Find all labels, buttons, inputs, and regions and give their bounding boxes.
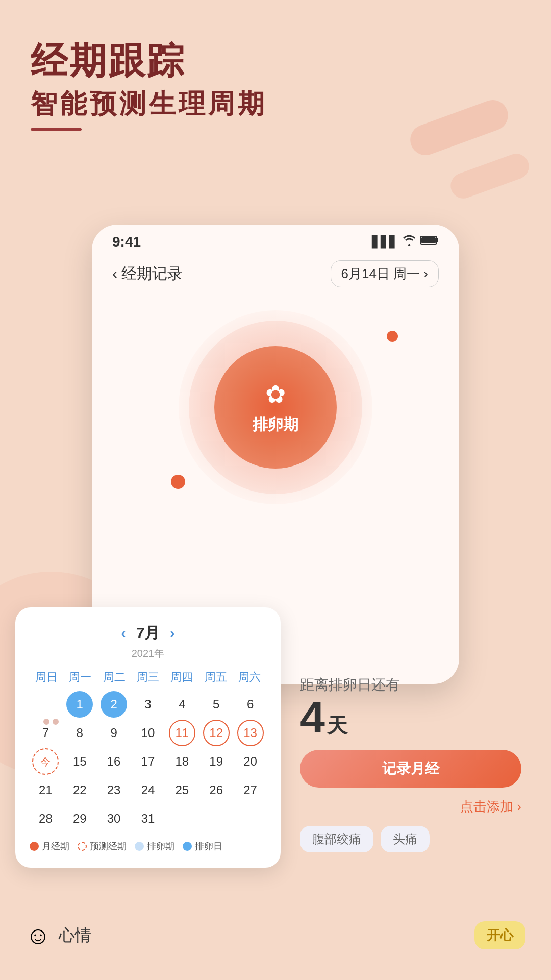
legend-label-predicted: 预测经期 [90,840,127,852]
cal-day-8[interactable]: 8 [66,720,93,746]
calendar-days-grid: 1 2 3 4 5 6 7 8 9 10 11 12 13 今 15 16 17… [30,691,266,832]
cal-day-13[interactable]: 13 [237,720,264,746]
app-title: 经期跟踪 [31,41,267,81]
weekday-sat: 周六 [233,668,266,687]
bg-decoration-2 [447,150,532,202]
legend-ovulation-period: 排卵期 [135,840,174,852]
calendar-header: ‹ 7月 › [30,623,266,644]
cal-day-29[interactable]: 29 [66,805,93,832]
legend-label-menstrual: 月经期 [42,840,69,852]
calendar-prev-btn[interactable]: ‹ [121,625,126,642]
calendar-weekdays: 周日 周一 周二 周三 周四 周五 周六 [30,668,266,687]
cal-day-22[interactable]: 22 [66,777,93,803]
accent-dot-1 [387,331,398,342]
symptom-tags: 腹部绞痛 头痛 [300,826,521,852]
cal-day-19[interactable]: 19 [203,748,230,775]
mood-bar: ☺ 心情 开心 [15,921,536,949]
cal-day-26[interactable]: 26 [203,777,230,803]
status-icons: ▋▋▋ [372,235,439,249]
legend-ovulation-day: 排卵日 [183,840,222,852]
cal-day-11[interactable]: 11 [169,720,195,746]
cal-day-27[interactable]: 27 [237,777,264,803]
weekday-mon: 周一 [63,668,97,687]
decorative-dots [43,719,59,725]
cal-day-9[interactable]: 9 [101,720,127,746]
svg-rect-2 [421,237,436,243]
cal-day-25[interactable]: 25 [169,777,195,803]
days-to-ovulation: 距离排卵日还有 4 天 [300,675,521,740]
weekday-thu: 周四 [165,668,198,687]
wifi-icon [402,235,416,249]
flower-icon: ✿ [265,380,286,408]
cal-day-6[interactable]: 6 [237,691,264,718]
cal-day-24[interactable]: 24 [135,777,161,803]
record-period-button[interactable]: 记录月经 [300,750,521,788]
inner-circle[interactable]: ✿ 排卵期 [214,346,337,469]
days-count: 4 [300,692,325,742]
legend-label-ovulation-period: 排卵期 [147,840,174,852]
bg-decoration-1 [406,96,512,160]
cal-day-3[interactable]: 3 [135,691,161,718]
legend-dot-blue [183,842,192,851]
mood-left: ☺ 心情 [26,921,91,949]
days-to-label: 距离排卵日还有 [300,675,521,695]
legend-label-ovulation-day: 排卵日 [195,840,222,852]
weekday-tue: 周二 [97,668,131,687]
ovulation-circle-container: ✿ 排卵期 [92,300,459,514]
calendar-next-btn[interactable]: › [170,625,174,642]
weekday-fri: 周五 [198,668,232,687]
cal-day-28[interactable]: 28 [32,805,59,832]
app-subtitle: 智能预测生理周期 [31,86,267,122]
cal-day-12[interactable]: 12 [203,720,230,746]
cal-day-23[interactable]: 23 [101,777,127,803]
calendar-year: 2021年 [30,647,266,660]
cal-day-today[interactable]: 今 [32,748,59,775]
nav-bar: ‹ 经期记录 6月14日 周一 › [92,255,459,295]
cal-day-17[interactable]: 17 [135,748,161,775]
accent-dot-2 [171,475,185,489]
status-time: 9:41 [112,234,141,250]
status-bar: 9:41 ▋▋▋ [92,225,459,255]
cal-day-10[interactable]: 10 [135,720,161,746]
legend-dot-light-blue [135,842,144,851]
nav-back-button[interactable]: ‹ 经期记录 [112,263,183,284]
symptom-cramps[interactable]: 腹部绞痛 [300,826,373,852]
legend-dot-predicted [78,842,87,851]
symptom-headache[interactable]: 头痛 [381,826,430,852]
days-unit: 天 [327,714,347,737]
header-underline [31,128,82,131]
cal-day-18[interactable]: 18 [169,748,195,775]
cal-day-5[interactable]: 5 [203,691,230,718]
cal-day-16[interactable]: 16 [101,748,127,775]
info-panel: 距离排卵日还有 4 天 记录月经 点击添加 › 腹部绞痛 头痛 [286,660,536,868]
signal-icon: ▋▋▋ [372,235,398,249]
cal-day-31[interactable]: 31 [135,805,161,832]
cal-day-4[interactable]: 4 [169,691,195,718]
add-link[interactable]: 点击添加 › [300,798,521,816]
cal-day-1[interactable]: 1 [66,691,93,718]
weekday-sun: 周日 [30,668,63,687]
mood-badge[interactable]: 开心 [474,921,525,949]
cal-day-2[interactable]: 2 [101,691,127,718]
legend-dot-red [30,842,39,851]
weekday-wed: 周三 [131,668,165,687]
legend-menstrual: 月经期 [30,840,69,852]
svg-rect-1 [437,238,438,242]
cal-day-20[interactable]: 20 [237,748,264,775]
legend-predicted: 预测经期 [78,840,127,852]
circle-phase-label: 排卵期 [253,414,298,435]
nav-date-button[interactable]: 6月14日 周一 › [331,260,439,287]
calendar-card: ‹ 7月 › 2021年 周日 周一 周二 周三 周四 周五 周六 1 2 3 … [15,607,281,868]
days-count-container: 4 天 [300,695,521,740]
cal-day-15[interactable]: 15 [66,748,93,775]
calendar-month: 7月 [136,623,160,644]
cal-day-21[interactable]: 21 [32,777,59,803]
battery-icon [420,235,439,249]
header-section: 经期跟踪 智能预测生理周期 [31,41,267,131]
calendar-legend: 月经期 预测经期 排卵期 排卵日 [30,840,266,852]
cal-day-30[interactable]: 30 [101,805,127,832]
mood-label: 心情 [59,924,91,947]
mood-emoji: ☺ [26,921,51,949]
